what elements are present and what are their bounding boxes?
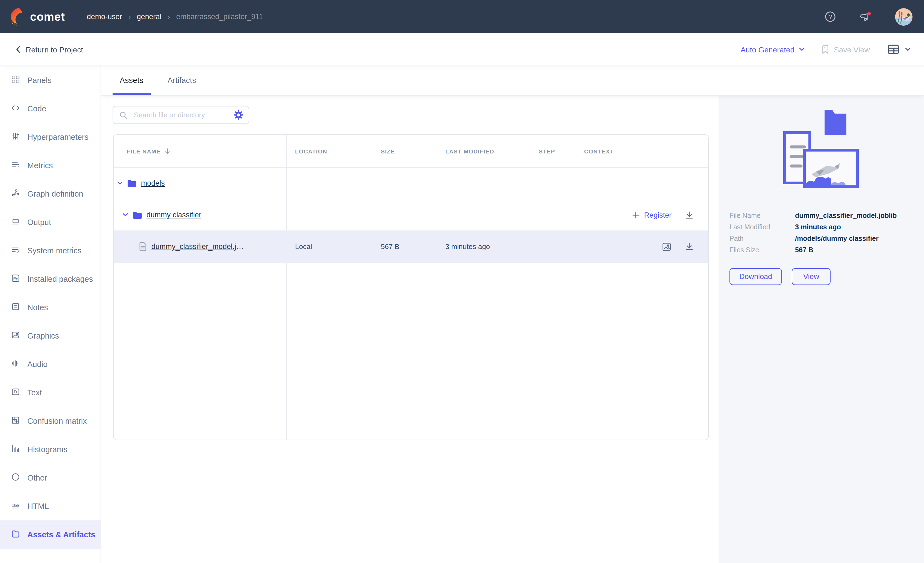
sidebar-item-histograms[interactable]: Histograms	[0, 435, 100, 464]
view-selector-dropdown[interactable]: Auto Generated	[740, 45, 805, 54]
folder-link[interactable]: dummy classifier	[147, 211, 201, 219]
graphics-icon	[11, 330, 20, 341]
gear-icon[interactable]	[234, 110, 243, 120]
sidebar-item-label: Histograms	[27, 445, 68, 454]
help-icon[interactable]: ?	[825, 11, 836, 22]
metrics-icon	[11, 160, 20, 171]
sidebar-item-label: Code	[27, 104, 46, 113]
preview-image-button[interactable]	[662, 242, 672, 252]
sidebar-item-graph-definition[interactable]: Graph definition	[0, 180, 100, 208]
sidebar-item-hyperparameters[interactable]: Hyperparameters	[0, 123, 100, 151]
column-header-size[interactable]: SIZE	[372, 148, 436, 154]
sort-descending-icon	[165, 148, 171, 154]
sidebar-item-label: Graph definition	[27, 190, 83, 198]
detail-row: Last Modified 3 minutes ago	[729, 222, 913, 233]
sidebar: Panels Code Hyperparameters Metrics Grap…	[0, 66, 101, 563]
experiment-header: Return to Project Auto Generated Save Vi…	[0, 33, 924, 66]
search-input[interactable]	[133, 110, 234, 120]
tab-assets[interactable]: Assets	[112, 66, 150, 95]
location-cell: Local	[286, 243, 372, 251]
breadcrumb-separator: ›	[168, 12, 170, 21]
download-icon	[685, 210, 694, 220]
table-header-row: FILE NAME LOCATION SIZE LAST MODIFIED ST…	[114, 135, 708, 168]
table-layout-icon	[887, 44, 899, 55]
comet-brand[interactable]: comet	[9, 7, 65, 27]
audio-icon	[11, 359, 20, 370]
sidebar-item-code[interactable]: Code	[0, 94, 100, 123]
size-cell: 567 B	[372, 243, 436, 251]
tab-assets-label: Assets	[120, 76, 143, 85]
sidebar-item-system-metrics[interactable]: System metrics	[0, 237, 100, 265]
sidebar-item-installed-packages[interactable]: Py Installed packages	[0, 265, 100, 293]
sidebar-item-html[interactable]: HTML HTML	[0, 492, 100, 520]
row-actions	[662, 242, 694, 252]
register-model-button[interactable]: Register	[632, 211, 672, 219]
svg-text:Py: Py	[14, 276, 18, 280]
view-controls: Auto Generated Save View	[740, 44, 911, 55]
file-link[interactable]: dummy_classifier_model.joblib	[152, 243, 244, 251]
collapse-chevron-icon[interactable]	[122, 213, 128, 217]
file-preview-panel: File Name dummy_classifier_model.joblib …	[718, 95, 924, 563]
folder-link[interactable]: models	[141, 179, 165, 187]
view-button[interactable]: View	[792, 268, 831, 285]
detail-label: Last Modified	[729, 222, 795, 233]
column-header-step[interactable]: STEP	[530, 148, 575, 154]
detail-label: File Name	[729, 211, 795, 221]
brand-name: comet	[30, 10, 65, 23]
column-header-location[interactable]: LOCATION	[286, 148, 372, 154]
sidebar-item-label: Assets & Artifacts	[27, 530, 95, 539]
sidebar-item-label: Text	[27, 388, 42, 397]
search-icon	[119, 111, 128, 119]
sidebar-item-text[interactable]: Tт Text	[0, 379, 100, 407]
column-header-context[interactable]: CONTEXT	[575, 148, 708, 154]
assets-tabs: Assets Artifacts	[101, 66, 924, 95]
download-button[interactable]: Download	[729, 268, 782, 285]
breadcrumb-workspace[interactable]: demo-user	[87, 13, 122, 21]
tab-artifacts[interactable]: Artifacts	[160, 66, 203, 95]
announcements-icon[interactable]	[859, 11, 872, 22]
tab-artifacts-label: Artifacts	[168, 76, 196, 85]
chevron-down-icon	[799, 48, 805, 51]
sidebar-item-panels[interactable]: Panels	[0, 66, 100, 94]
sidebar-item-confusion-matrix[interactable]: Confusion matrix	[0, 407, 100, 435]
save-view-button[interactable]: Save View	[821, 45, 870, 54]
sidebar-item-audio[interactable]: Audio	[0, 350, 100, 379]
column-header-file-name[interactable]: FILE NAME	[114, 148, 286, 154]
return-to-project-link[interactable]: Return to Project	[16, 45, 83, 54]
return-to-project-label: Return to Project	[26, 45, 83, 54]
confusion-matrix-icon	[11, 416, 20, 427]
breadcrumb-project[interactable]: general	[137, 13, 162, 21]
sidebar-item-graphics[interactable]: Graphics	[0, 322, 100, 350]
sidebar-item-output[interactable]: Output	[0, 208, 100, 237]
avatar[interactable]	[895, 8, 912, 25]
table-row-dummy-classifier-model[interactable]: dummy_classifier_model.joblib Local 567 …	[114, 231, 708, 263]
sidebar-item-label: Audio	[27, 360, 48, 368]
comet-logo	[9, 7, 25, 27]
text-icon: Tт	[11, 387, 20, 398]
table-layout-selector[interactable]	[887, 44, 911, 55]
download-file-button[interactable]	[685, 242, 694, 251]
image-icon	[662, 242, 672, 252]
search-bar	[112, 106, 249, 124]
assets-content: FILE NAME LOCATION SIZE LAST MODIFIED ST…	[101, 95, 718, 563]
sidebar-item-assets-artifacts[interactable]: Assets & Artifacts	[0, 520, 100, 549]
sidebar-item-metrics[interactable]: Metrics	[0, 151, 100, 180]
hyperparameters-icon	[11, 132, 20, 142]
column-header-last-modified[interactable]: LAST MODIFIED	[436, 148, 530, 154]
save-view-label: Save View	[834, 45, 870, 54]
sidebar-item-other[interactable]: Other	[0, 464, 100, 492]
breadcrumb-separator: ›	[128, 12, 131, 21]
collapse-chevron-icon[interactable]	[117, 181, 123, 185]
svg-text:Tт: Tт	[14, 389, 18, 394]
download-folder-button[interactable]	[685, 210, 694, 220]
html-icon: HTML	[11, 501, 20, 512]
topbar-actions: ?	[825, 8, 912, 25]
notification-dot	[867, 12, 871, 15]
output-icon	[11, 217, 20, 228]
top-bar: comet demo-user › general › embarrassed_…	[0, 0, 924, 33]
view-selector-label: Auto Generated	[740, 45, 795, 54]
breadcrumb: demo-user › general › embarrassed_pilast…	[87, 12, 263, 21]
file-name-cell: dummy_classifier_model.joblib	[114, 242, 286, 251]
sidebar-item-notes[interactable]: Notes	[0, 293, 100, 322]
breadcrumb-experiment[interactable]: embarrassed_pilaster_911	[176, 13, 263, 21]
